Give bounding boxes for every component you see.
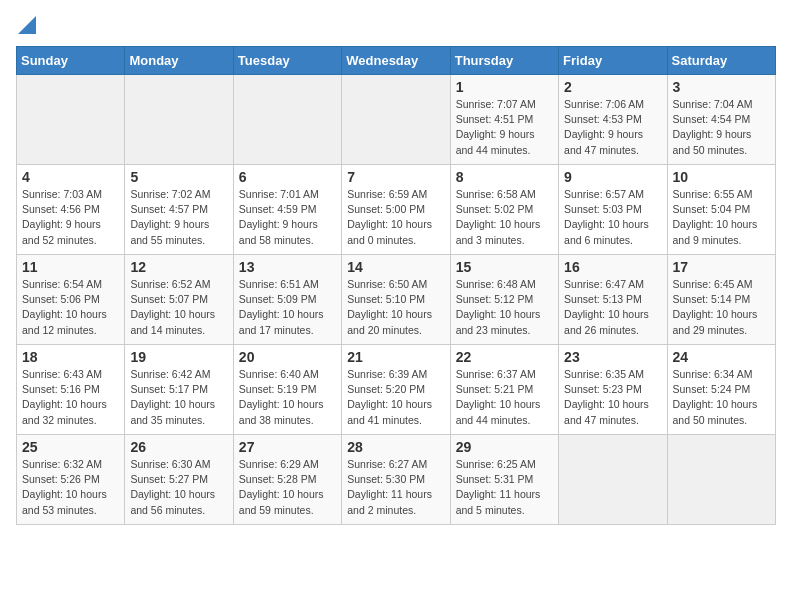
- calendar-week-row: 4 Sunrise: 7:03 AMSunset: 4:56 PMDayligh…: [17, 165, 776, 255]
- calendar-day-cell: 15 Sunrise: 6:48 AMSunset: 5:12 PMDaylig…: [450, 255, 558, 345]
- svg-marker-0: [18, 16, 36, 34]
- day-info: Sunrise: 6:32 AMSunset: 5:26 PMDaylight:…: [22, 458, 107, 516]
- day-info: Sunrise: 6:47 AMSunset: 5:13 PMDaylight:…: [564, 278, 649, 336]
- calendar-day-cell: 9 Sunrise: 6:57 AMSunset: 5:03 PMDayligh…: [559, 165, 667, 255]
- day-info: Sunrise: 7:01 AMSunset: 4:59 PMDaylight:…: [239, 188, 319, 246]
- day-number: 27: [239, 439, 336, 455]
- calendar-day-cell: 1 Sunrise: 7:07 AMSunset: 4:51 PMDayligh…: [450, 75, 558, 165]
- calendar-week-row: 18 Sunrise: 6:43 AMSunset: 5:16 PMDaylig…: [17, 345, 776, 435]
- logo-triangle-icon: [18, 16, 36, 34]
- day-number: 22: [456, 349, 553, 365]
- day-number: 17: [673, 259, 770, 275]
- day-info: Sunrise: 6:43 AMSunset: 5:16 PMDaylight:…: [22, 368, 107, 426]
- day-info: Sunrise: 6:42 AMSunset: 5:17 PMDaylight:…: [130, 368, 215, 426]
- day-info: Sunrise: 6:55 AMSunset: 5:04 PMDaylight:…: [673, 188, 758, 246]
- day-info: Sunrise: 7:07 AMSunset: 4:51 PMDaylight:…: [456, 98, 536, 156]
- weekday-header-cell: Friday: [559, 47, 667, 75]
- day-number: 3: [673, 79, 770, 95]
- weekday-header-cell: Wednesday: [342, 47, 450, 75]
- weekday-header-cell: Tuesday: [233, 47, 341, 75]
- day-info: Sunrise: 6:45 AMSunset: 5:14 PMDaylight:…: [673, 278, 758, 336]
- weekday-header-cell: Monday: [125, 47, 233, 75]
- day-number: 7: [347, 169, 444, 185]
- day-number: 5: [130, 169, 227, 185]
- day-info: Sunrise: 6:35 AMSunset: 5:23 PMDaylight:…: [564, 368, 649, 426]
- calendar-day-cell: 14 Sunrise: 6:50 AMSunset: 5:10 PMDaylig…: [342, 255, 450, 345]
- calendar-day-cell: 10 Sunrise: 6:55 AMSunset: 5:04 PMDaylig…: [667, 165, 775, 255]
- day-number: 28: [347, 439, 444, 455]
- day-info: Sunrise: 6:54 AMSunset: 5:06 PMDaylight:…: [22, 278, 107, 336]
- day-info: Sunrise: 6:37 AMSunset: 5:21 PMDaylight:…: [456, 368, 541, 426]
- logo: [16, 16, 36, 38]
- day-number: 18: [22, 349, 119, 365]
- calendar-day-cell: 21 Sunrise: 6:39 AMSunset: 5:20 PMDaylig…: [342, 345, 450, 435]
- calendar-day-cell: 7 Sunrise: 6:59 AMSunset: 5:00 PMDayligh…: [342, 165, 450, 255]
- day-info: Sunrise: 7:03 AMSunset: 4:56 PMDaylight:…: [22, 188, 102, 246]
- day-info: Sunrise: 6:29 AMSunset: 5:28 PMDaylight:…: [239, 458, 324, 516]
- weekday-header-row: SundayMondayTuesdayWednesdayThursdayFrid…: [17, 47, 776, 75]
- day-number: 11: [22, 259, 119, 275]
- day-info: Sunrise: 6:25 AMSunset: 5:31 PMDaylight:…: [456, 458, 541, 516]
- day-number: 13: [239, 259, 336, 275]
- day-number: 23: [564, 349, 661, 365]
- day-number: 26: [130, 439, 227, 455]
- day-info: Sunrise: 6:52 AMSunset: 5:07 PMDaylight:…: [130, 278, 215, 336]
- calendar-day-cell: 20 Sunrise: 6:40 AMSunset: 5:19 PMDaylig…: [233, 345, 341, 435]
- day-number: 20: [239, 349, 336, 365]
- day-info: Sunrise: 6:57 AMSunset: 5:03 PMDaylight:…: [564, 188, 649, 246]
- calendar-day-cell: 5 Sunrise: 7:02 AMSunset: 4:57 PMDayligh…: [125, 165, 233, 255]
- calendar-day-cell: 26 Sunrise: 6:30 AMSunset: 5:27 PMDaylig…: [125, 435, 233, 525]
- day-number: 24: [673, 349, 770, 365]
- calendar-day-cell: 27 Sunrise: 6:29 AMSunset: 5:28 PMDaylig…: [233, 435, 341, 525]
- day-number: 29: [456, 439, 553, 455]
- header-area: [16, 16, 776, 38]
- calendar-day-cell: 19 Sunrise: 6:42 AMSunset: 5:17 PMDaylig…: [125, 345, 233, 435]
- calendar-body: 1 Sunrise: 7:07 AMSunset: 4:51 PMDayligh…: [17, 75, 776, 525]
- calendar-day-cell: 11 Sunrise: 6:54 AMSunset: 5:06 PMDaylig…: [17, 255, 125, 345]
- day-info: Sunrise: 7:02 AMSunset: 4:57 PMDaylight:…: [130, 188, 210, 246]
- day-number: 1: [456, 79, 553, 95]
- day-info: Sunrise: 6:58 AMSunset: 5:02 PMDaylight:…: [456, 188, 541, 246]
- calendar-day-cell: 25 Sunrise: 6:32 AMSunset: 5:26 PMDaylig…: [17, 435, 125, 525]
- calendar-table: SundayMondayTuesdayWednesdayThursdayFrid…: [16, 46, 776, 525]
- calendar-day-cell: [125, 75, 233, 165]
- weekday-header-cell: Saturday: [667, 47, 775, 75]
- day-info: Sunrise: 6:34 AMSunset: 5:24 PMDaylight:…: [673, 368, 758, 426]
- day-info: Sunrise: 6:59 AMSunset: 5:00 PMDaylight:…: [347, 188, 432, 246]
- calendar-day-cell: 13 Sunrise: 6:51 AMSunset: 5:09 PMDaylig…: [233, 255, 341, 345]
- day-number: 21: [347, 349, 444, 365]
- calendar-week-row: 1 Sunrise: 7:07 AMSunset: 4:51 PMDayligh…: [17, 75, 776, 165]
- calendar-day-cell: 3 Sunrise: 7:04 AMSunset: 4:54 PMDayligh…: [667, 75, 775, 165]
- day-number: 19: [130, 349, 227, 365]
- day-number: 4: [22, 169, 119, 185]
- day-info: Sunrise: 6:50 AMSunset: 5:10 PMDaylight:…: [347, 278, 432, 336]
- day-number: 6: [239, 169, 336, 185]
- day-number: 9: [564, 169, 661, 185]
- calendar-day-cell: 29 Sunrise: 6:25 AMSunset: 5:31 PMDaylig…: [450, 435, 558, 525]
- day-number: 15: [456, 259, 553, 275]
- day-number: 25: [22, 439, 119, 455]
- calendar-day-cell: 22 Sunrise: 6:37 AMSunset: 5:21 PMDaylig…: [450, 345, 558, 435]
- day-info: Sunrise: 6:27 AMSunset: 5:30 PMDaylight:…: [347, 458, 432, 516]
- day-number: 12: [130, 259, 227, 275]
- calendar-day-cell: 4 Sunrise: 7:03 AMSunset: 4:56 PMDayligh…: [17, 165, 125, 255]
- day-number: 8: [456, 169, 553, 185]
- day-info: Sunrise: 6:51 AMSunset: 5:09 PMDaylight:…: [239, 278, 324, 336]
- calendar-day-cell: 8 Sunrise: 6:58 AMSunset: 5:02 PMDayligh…: [450, 165, 558, 255]
- calendar-day-cell: [342, 75, 450, 165]
- calendar-week-row: 11 Sunrise: 6:54 AMSunset: 5:06 PMDaylig…: [17, 255, 776, 345]
- weekday-header-cell: Thursday: [450, 47, 558, 75]
- day-info: Sunrise: 6:40 AMSunset: 5:19 PMDaylight:…: [239, 368, 324, 426]
- day-number: 10: [673, 169, 770, 185]
- day-info: Sunrise: 6:48 AMSunset: 5:12 PMDaylight:…: [456, 278, 541, 336]
- calendar-day-cell: [667, 435, 775, 525]
- calendar-week-row: 25 Sunrise: 6:32 AMSunset: 5:26 PMDaylig…: [17, 435, 776, 525]
- weekday-header-cell: Sunday: [17, 47, 125, 75]
- calendar-day-cell: [233, 75, 341, 165]
- day-info: Sunrise: 6:30 AMSunset: 5:27 PMDaylight:…: [130, 458, 215, 516]
- calendar-day-cell: 17 Sunrise: 6:45 AMSunset: 5:14 PMDaylig…: [667, 255, 775, 345]
- calendar-day-cell: 12 Sunrise: 6:52 AMSunset: 5:07 PMDaylig…: [125, 255, 233, 345]
- calendar-day-cell: 24 Sunrise: 6:34 AMSunset: 5:24 PMDaylig…: [667, 345, 775, 435]
- calendar-day-cell: 6 Sunrise: 7:01 AMSunset: 4:59 PMDayligh…: [233, 165, 341, 255]
- day-info: Sunrise: 7:06 AMSunset: 4:53 PMDaylight:…: [564, 98, 644, 156]
